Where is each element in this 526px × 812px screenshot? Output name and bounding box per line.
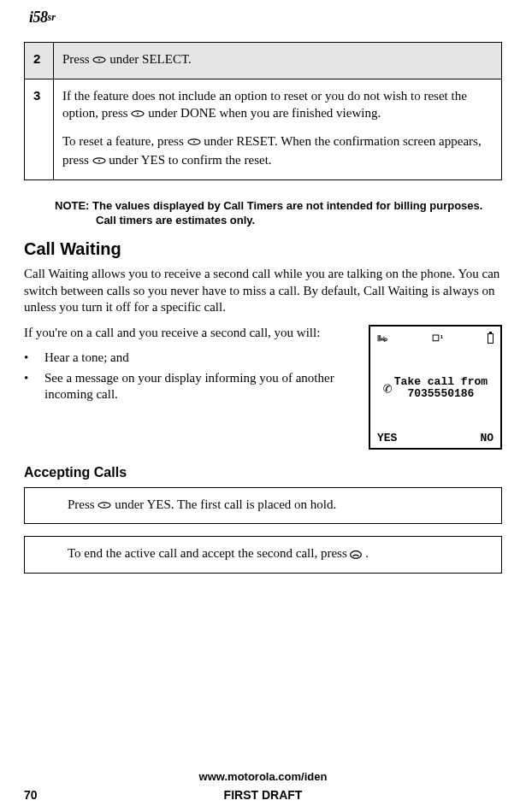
signal-icon: ⫴₊ᵢₚ (377, 333, 387, 344)
page-number: 70 (24, 788, 38, 802)
note-label: NOTE: (55, 199, 89, 212)
battery-icon (488, 333, 493, 344)
product-logo: i58sr (24, 9, 502, 26)
page-footer: www.motorola.com/iden 70 FIRST DRAFT 00 (24, 770, 502, 802)
softkey-left-label: YES (377, 432, 397, 444)
step-row-2: 2 Press under SELECT. (25, 43, 502, 79)
take-call-number: 7035550186 (407, 387, 474, 400)
take-call-line1: Take call from (394, 375, 488, 388)
bullet-text: Hear a tone; and (44, 350, 129, 367)
text: under SELECT. (109, 52, 192, 66)
line-icon: ☐ ¹ (432, 333, 442, 343)
text: under YES to confirm the reset. (109, 153, 271, 167)
instruction-box-2: To end the active call and accept the se… (24, 536, 502, 574)
footer-url: www.motorola.com/iden (24, 770, 502, 783)
column-text: If you're on a call and you receive a se… (24, 325, 369, 407)
svg-point-1 (99, 59, 101, 61)
step-body: Press under SELECT. (54, 43, 502, 79)
softkey-icon (92, 53, 106, 70)
note-body: The values displayed by Call Timers are … (92, 199, 482, 227)
steps-table: 2 Press under SELECT. 3 If the feature d… (24, 42, 502, 180)
phone-display: ⫴₊ᵢₚ ☐ ¹ ✆ Take call from 7035550186 YES… (369, 325, 502, 450)
text: To end the active call and accept the se… (68, 546, 350, 560)
softkey-icon (187, 135, 201, 152)
bullet-list: •Hear a tone; and •See a message on your… (24, 350, 360, 403)
two-column: If you're on a call and you receive a se… (24, 325, 502, 450)
list-item: •Hear a tone; and (24, 350, 360, 367)
svg-point-7 (98, 160, 100, 162)
step-body: If the feature does not include an optio… (54, 79, 502, 179)
subheading: Accepting Calls (24, 465, 502, 480)
step-row-3: 3 If the feature does not include an opt… (25, 79, 502, 179)
softkey-icon (92, 154, 106, 171)
text: To reset a feature, press (62, 134, 187, 148)
svg-point-5 (193, 141, 195, 143)
step-number: 3 (25, 79, 54, 179)
softkey-icon (98, 498, 111, 515)
text: Press (62, 52, 92, 66)
softkey-icon (131, 107, 145, 124)
phone-icon: ✆ (383, 379, 393, 397)
text: Press (68, 497, 98, 511)
note: NOTE: The values displayed by Call Timer… (55, 199, 502, 227)
step-number: 2 (25, 43, 54, 79)
section-description: Call Waiting allows you to receive a sec… (24, 266, 502, 316)
text: under YES. The first call is placed on h… (115, 497, 336, 511)
softkey-right-label: NO (480, 432, 493, 444)
list-item: •See a message on your display informing… (24, 370, 360, 403)
instruction-box-1: Press under YES. The first call is place… (24, 487, 502, 525)
logo-suffix: sr (48, 11, 56, 23)
section-heading: Call Waiting (24, 239, 502, 259)
svg-point-9 (104, 504, 106, 506)
text: . (365, 546, 369, 560)
draft-label: FIRST DRAFT (224, 788, 303, 802)
bullet-text: See a message on your display informing … (44, 370, 360, 403)
hangup-key-icon (350, 547, 362, 564)
lead-in: If you're on a call and you receive a se… (24, 325, 360, 342)
text: under DONE when you are finished viewing… (148, 106, 381, 120)
logo-model: i58 (29, 9, 48, 26)
svg-point-3 (138, 113, 139, 115)
